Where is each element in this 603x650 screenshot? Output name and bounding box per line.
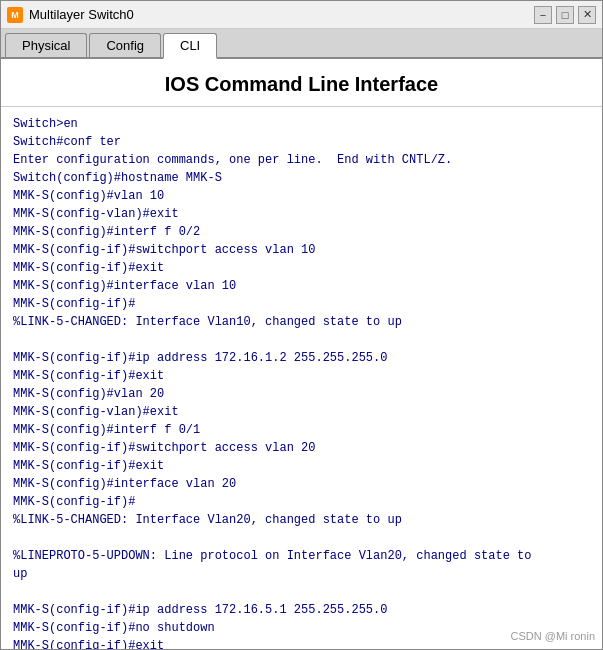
watermark: CSDN @Mi ronin xyxy=(510,630,595,642)
minimize-button[interactable]: − xyxy=(534,6,552,24)
maximize-button[interactable]: □ xyxy=(556,6,574,24)
main-window: M Multilayer Switch0 − □ ✕ Physical Conf… xyxy=(0,0,603,650)
tab-cli[interactable]: CLI xyxy=(163,33,217,59)
cli-terminal[interactable]: Switch>en Switch#conf ter Enter configur… xyxy=(1,107,602,649)
content-area: IOS Command Line Interface Switch>en Swi… xyxy=(1,59,602,649)
tab-physical[interactable]: Physical xyxy=(5,33,87,57)
tab-bar: Physical Config CLI xyxy=(1,29,602,59)
window-title: Multilayer Switch0 xyxy=(29,7,534,22)
svg-text:M: M xyxy=(11,10,19,20)
cli-title: IOS Command Line Interface xyxy=(1,59,602,107)
window-controls: − □ ✕ xyxy=(534,6,596,24)
title-bar: M Multilayer Switch0 − □ ✕ xyxy=(1,1,602,29)
window-icon: M xyxy=(7,7,23,23)
tab-config[interactable]: Config xyxy=(89,33,161,57)
close-button[interactable]: ✕ xyxy=(578,6,596,24)
